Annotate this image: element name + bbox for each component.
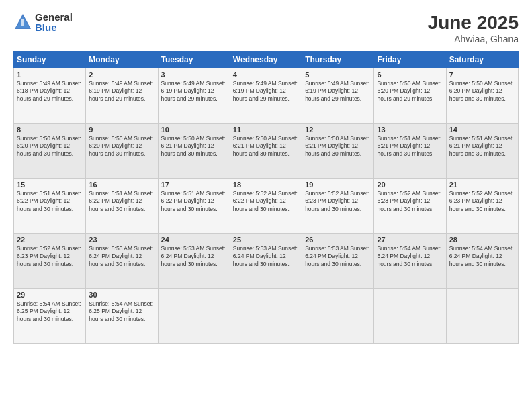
table-row: 6Sunrise: 5:50 AM Sunset: 6:20 PM Daylig… [374, 68, 446, 124]
logo-blue: Blue [35, 22, 73, 32]
table-row [302, 289, 374, 344]
col-tuesday: Tuesday [158, 52, 230, 68]
day-number: 11 [233, 126, 299, 134]
day-number: 28 [449, 236, 515, 244]
day-info: Sunrise: 5:51 AM Sunset: 6:21 PM Dayligh… [377, 135, 443, 158]
day-number: 2 [89, 71, 154, 79]
calendar-week-3: 15Sunrise: 5:51 AM Sunset: 6:22 PM Dayli… [14, 179, 519, 234]
day-number: 22 [17, 236, 83, 244]
day-info: Sunrise: 5:49 AM Sunset: 6:19 PM Dayligh… [89, 80, 154, 103]
day-info: Sunrise: 5:53 AM Sunset: 6:24 PM Dayligh… [161, 245, 227, 268]
col-thursday: Thursday [302, 52, 374, 68]
calendar-title: June 2025 [428, 12, 519, 34]
day-info: Sunrise: 5:52 AM Sunset: 6:23 PM Dayligh… [305, 190, 371, 213]
table-row: 18Sunrise: 5:52 AM Sunset: 6:22 PM Dayli… [230, 179, 302, 234]
day-info: Sunrise: 5:51 AM Sunset: 6:22 PM Dayligh… [17, 190, 83, 213]
day-number: 16 [89, 181, 154, 189]
logo-text: General Blue [35, 12, 73, 32]
table-row: 15Sunrise: 5:51 AM Sunset: 6:22 PM Dayli… [14, 179, 86, 234]
header: General Blue June 2025 Ahwiaa, Ghana [13, 12, 519, 44]
day-info: Sunrise: 5:50 AM Sunset: 6:20 PM Dayligh… [89, 135, 154, 158]
day-info: Sunrise: 5:51 AM Sunset: 6:22 PM Dayligh… [89, 190, 154, 213]
day-info: Sunrise: 5:50 AM Sunset: 6:20 PM Dayligh… [17, 135, 83, 158]
day-number: 9 [89, 126, 154, 134]
table-row: 2Sunrise: 5:49 AM Sunset: 6:19 PM Daylig… [86, 68, 158, 124]
table-row: 9Sunrise: 5:50 AM Sunset: 6:20 PM Daylig… [86, 124, 158, 179]
day-info: Sunrise: 5:53 AM Sunset: 6:24 PM Dayligh… [233, 245, 299, 268]
day-info: Sunrise: 5:49 AM Sunset: 6:19 PM Dayligh… [305, 80, 371, 103]
col-monday: Monday [86, 52, 158, 68]
day-number: 13 [377, 126, 443, 134]
day-info: Sunrise: 5:49 AM Sunset: 6:18 PM Dayligh… [17, 80, 83, 103]
day-info: Sunrise: 5:50 AM Sunset: 6:21 PM Dayligh… [161, 135, 227, 158]
day-info: Sunrise: 5:54 AM Sunset: 6:25 PM Dayligh… [17, 300, 83, 323]
table-row: 12Sunrise: 5:50 AM Sunset: 6:21 PM Dayli… [302, 124, 374, 179]
col-wednesday: Wednesday [230, 52, 302, 68]
table-row: 28Sunrise: 5:54 AM Sunset: 6:24 PM Dayli… [446, 234, 518, 289]
table-row [158, 289, 230, 344]
table-row: 10Sunrise: 5:50 AM Sunset: 6:21 PM Dayli… [158, 124, 230, 179]
table-row: 5Sunrise: 5:49 AM Sunset: 6:19 PM Daylig… [302, 68, 374, 124]
table-row: 22Sunrise: 5:52 AM Sunset: 6:23 PM Dayli… [14, 234, 86, 289]
day-number: 14 [449, 126, 515, 134]
calendar-page: General Blue June 2025 Ahwiaa, Ghana Sun… [0, 0, 532, 411]
day-number: 6 [377, 71, 443, 79]
table-row: 29Sunrise: 5:54 AM Sunset: 6:25 PM Dayli… [14, 289, 86, 344]
day-number: 15 [17, 181, 83, 189]
day-number: 18 [233, 181, 299, 189]
day-info: Sunrise: 5:52 AM Sunset: 6:23 PM Dayligh… [17, 245, 83, 268]
day-info: Sunrise: 5:50 AM Sunset: 6:21 PM Dayligh… [233, 135, 299, 158]
day-number: 8 [17, 126, 83, 134]
day-number: 17 [161, 181, 227, 189]
day-number: 5 [305, 71, 371, 79]
day-info: Sunrise: 5:54 AM Sunset: 6:24 PM Dayligh… [449, 245, 515, 268]
day-number: 7 [449, 71, 515, 79]
title-block: June 2025 Ahwiaa, Ghana [428, 12, 519, 44]
table-row [230, 289, 302, 344]
logo-icon [13, 13, 32, 32]
table-row [446, 289, 518, 344]
day-number: 30 [89, 291, 154, 299]
day-number: 19 [305, 181, 371, 189]
day-info: Sunrise: 5:52 AM Sunset: 6:23 PM Dayligh… [377, 190, 443, 213]
day-info: Sunrise: 5:51 AM Sunset: 6:22 PM Dayligh… [161, 190, 227, 213]
table-row: 20Sunrise: 5:52 AM Sunset: 6:23 PM Dayli… [374, 179, 446, 234]
table-row: 17Sunrise: 5:51 AM Sunset: 6:22 PM Dayli… [158, 179, 230, 234]
day-number: 29 [17, 291, 83, 299]
table-row: 11Sunrise: 5:50 AM Sunset: 6:21 PM Dayli… [230, 124, 302, 179]
table-row: 19Sunrise: 5:52 AM Sunset: 6:23 PM Dayli… [302, 179, 374, 234]
day-info: Sunrise: 5:54 AM Sunset: 6:25 PM Dayligh… [89, 300, 154, 323]
table-row: 21Sunrise: 5:52 AM Sunset: 6:23 PM Dayli… [446, 179, 518, 234]
calendar-week-2: 8Sunrise: 5:50 AM Sunset: 6:20 PM Daylig… [14, 124, 519, 179]
table-row: 23Sunrise: 5:53 AM Sunset: 6:24 PM Dayli… [86, 234, 158, 289]
day-number: 20 [377, 181, 443, 189]
table-row: 24Sunrise: 5:53 AM Sunset: 6:24 PM Dayli… [158, 234, 230, 289]
day-number: 3 [161, 71, 227, 79]
table-row [374, 289, 446, 344]
day-number: 12 [305, 126, 371, 134]
table-row: 27Sunrise: 5:54 AM Sunset: 6:24 PM Dayli… [374, 234, 446, 289]
day-info: Sunrise: 5:53 AM Sunset: 6:24 PM Dayligh… [89, 245, 154, 268]
col-sunday: Sunday [14, 52, 86, 68]
day-info: Sunrise: 5:52 AM Sunset: 6:23 PM Dayligh… [449, 190, 515, 213]
table-row: 8Sunrise: 5:50 AM Sunset: 6:20 PM Daylig… [14, 124, 86, 179]
table-row: 30Sunrise: 5:54 AM Sunset: 6:25 PM Dayli… [86, 289, 158, 344]
calendar-subtitle: Ahwiaa, Ghana [428, 34, 519, 44]
day-info: Sunrise: 5:51 AM Sunset: 6:21 PM Dayligh… [449, 135, 515, 158]
table-row: 14Sunrise: 5:51 AM Sunset: 6:21 PM Dayli… [446, 124, 518, 179]
calendar-header-row: Sunday Monday Tuesday Wednesday Thursday… [14, 52, 519, 68]
day-number: 27 [377, 236, 443, 244]
day-info: Sunrise: 5:50 AM Sunset: 6:20 PM Dayligh… [449, 80, 515, 103]
day-info: Sunrise: 5:52 AM Sunset: 6:22 PM Dayligh… [233, 190, 299, 213]
col-friday: Friday [374, 52, 446, 68]
table-row: 26Sunrise: 5:53 AM Sunset: 6:24 PM Dayli… [302, 234, 374, 289]
logo: General Blue [13, 12, 73, 32]
calendar-table: Sunday Monday Tuesday Wednesday Thursday… [13, 51, 519, 344]
table-row: 16Sunrise: 5:51 AM Sunset: 6:22 PM Dayli… [86, 179, 158, 234]
calendar-week-5: 29Sunrise: 5:54 AM Sunset: 6:25 PM Dayli… [14, 289, 519, 344]
calendar-week-4: 22Sunrise: 5:52 AM Sunset: 6:23 PM Dayli… [14, 234, 519, 289]
day-number: 23 [89, 236, 154, 244]
table-row: 3Sunrise: 5:49 AM Sunset: 6:19 PM Daylig… [158, 68, 230, 124]
day-number: 1 [17, 71, 83, 79]
table-row: 25Sunrise: 5:53 AM Sunset: 6:24 PM Dayli… [230, 234, 302, 289]
